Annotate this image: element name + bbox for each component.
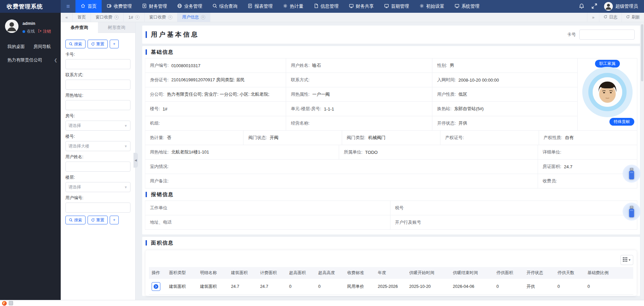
tab-window-charging-1[interactable]: 窗口收费× (91, 13, 124, 22)
contact-input[interactable] (65, 80, 130, 90)
field-label-floor: 楼层: (65, 175, 130, 180)
close-icon[interactable]: × (114, 15, 119, 19)
heat-address-input[interactable] (65, 100, 130, 110)
bottom-taskbar (0, 300, 644, 306)
wallet-icon (107, 3, 112, 9)
gear-icon (283, 3, 288, 9)
field-id-card: 身份证号:210106198912070917 房间类型: 居民 (145, 73, 286, 87)
field-label-card-no: 卡号: (65, 52, 130, 57)
user-menu[interactable]: 超级管理员 (604, 2, 638, 11)
field-unit-floor-room: 单元-楼层-房号:1-1-1 (286, 102, 432, 116)
card-no-input[interactable] (65, 59, 130, 69)
field-bank-account: 开户行及账号 (390, 215, 637, 230)
field-branch: 分公司:热力有限责任公司; 营业厅: 一分公司; 小区: 北航老院; (145, 87, 286, 102)
floor-select[interactable]: 请选择▼ (65, 182, 130, 192)
row-expand-button[interactable] (152, 282, 160, 291)
menu-item-finance[interactable]: 财务管理 (137, 0, 172, 13)
search-button-bottom[interactable]: 搜索 (65, 216, 86, 224)
section-basic-info: 基础信息 (142, 46, 640, 58)
refresh-button[interactable]: 刷新 (622, 13, 644, 22)
home-icon (80, 3, 86, 9)
notifications-bell-icon[interactable] (579, 3, 585, 10)
section-area-info: 面积信息 (142, 237, 640, 249)
chevron-down-icon: ▼ (124, 124, 127, 128)
logout-button[interactable]: 注销 (38, 29, 51, 34)
menu-item-heat-metering[interactable]: 热计量 (278, 0, 309, 13)
close-icon[interactable]: × (201, 15, 205, 19)
menu-item-system[interactable]: 系统管理 (449, 0, 485, 13)
app-title: 收费管理系统 (0, 0, 61, 13)
field-label-contact: 联系方式: (65, 72, 130, 78)
menu-item-reports[interactable]: 报表管理 (243, 0, 278, 13)
fullscreen-icon[interactable] (591, 3, 598, 10)
close-icon[interactable]: × (168, 15, 172, 19)
menu-item-first-period[interactable]: 首期管理 (379, 0, 414, 13)
photo-ring (582, 67, 633, 117)
sidebar-username: admin (22, 21, 51, 26)
tab-condition-query[interactable]: 条件查询 (61, 22, 98, 33)
menu-item-home[interactable]: 首页 (75, 0, 102, 13)
sidebar-item-company[interactable]: 热力有限责任公司 ❮ (0, 50, 61, 63)
add-button[interactable]: + (110, 40, 119, 48)
finance-doc-icon (142, 3, 147, 9)
field-label-building-no: 楼号: (65, 134, 130, 139)
user-no-input[interactable] (65, 203, 130, 213)
tabs-scroll-left-button[interactable]: « (61, 13, 73, 22)
search-button[interactable]: 搜索 (65, 40, 86, 48)
monitor-icon (349, 3, 354, 9)
tab-home[interactable]: 首页 (73, 13, 91, 22)
tab-window-charging-2[interactable]: 窗口收费× (145, 13, 177, 22)
log-button[interactable]: 日志 (599, 13, 622, 22)
hamburger-menu-icon[interactable]: ≡ (61, 0, 75, 13)
field-valve-type: 阀门类型:机械阀门 (342, 131, 440, 145)
tab-1hash[interactable]: 1#× (124, 13, 145, 22)
menu-item-business[interactable]: 业务管理 (172, 0, 207, 13)
menu-item-charging[interactable]: 收费管理 (102, 0, 137, 13)
reset-button-bottom[interactable]: 重置 (88, 216, 108, 224)
field-label-room-no: 房号: (65, 113, 130, 119)
field-heat-address: 用热地址:北航老院1#楼1-101 (145, 145, 339, 160)
online-status-label: 在线 (27, 29, 35, 34)
grid-icon (623, 257, 627, 263)
sidebar-item-my-desktop[interactable]: 我的桌面 (7, 44, 25, 50)
chevron-down-icon: ▼ (124, 144, 127, 148)
table-row: 建筑面积 建筑面积 24.7 24.7 0 0 民用单价 2025-2026 2… (149, 279, 633, 295)
badge-special-contribution: 特殊贡献 (609, 118, 634, 126)
add-button-bottom[interactable]: + (110, 216, 119, 224)
table-columns-button[interactable]: ▼ (621, 255, 633, 265)
user-name-input[interactable] (65, 162, 130, 172)
building-no-select[interactable]: 请选择大楼▼ (65, 141, 130, 151)
field-label-user-name: 用户姓名: (65, 154, 130, 160)
field-unit-group: 机组: (145, 116, 286, 131)
usb-icon (627, 168, 636, 180)
sidebar-item-room-nav[interactable]: 房间导航 (34, 44, 51, 50)
chevron-left-icon: ❮ (54, 58, 57, 62)
main-scrollbar[interactable] (641, 24, 643, 299)
tab-user-info[interactable]: 用户信息× (177, 13, 210, 22)
cardno-input[interactable] (579, 30, 635, 40)
field-property-cert-no: 产权证号: (440, 131, 539, 145)
field-label-user-no: 用户编号: (65, 195, 130, 201)
menu-item-info[interactable]: 信息管理 (309, 0, 344, 13)
usb-reader-widget-2[interactable] (623, 203, 641, 221)
query-panel: 条件查询 树形查询 搜索 重置 + 卡号: 联系方式: 用热地址: 房号: 请选… (61, 22, 136, 300)
sidebar-avatar (5, 19, 18, 33)
tab-tree-query[interactable]: 树形查询 (98, 22, 135, 33)
menu-item-initial-setup[interactable]: 初始设置 (414, 0, 449, 13)
menu-item-query[interactable]: 综合查询 (207, 0, 243, 13)
field-supply-status: 开停状态:开供 (432, 116, 578, 131)
panel-collapse-handle[interactable]: ◀ (133, 153, 138, 168)
close-icon[interactable]: × (135, 15, 140, 19)
taskbar-app-icon-2[interactable] (9, 301, 13, 305)
room-no-select[interactable]: 请选择▼ (65, 121, 130, 131)
cardno-label: 卡号 (567, 32, 576, 38)
field-business-name: 经营名称: (286, 116, 432, 131)
menu-item-finance-share[interactable]: 财务共享 (344, 0, 379, 13)
tabs-scroll-right-button[interactable]: » (587, 13, 599, 22)
field-gender: 性别:男 (432, 58, 578, 73)
usb-reader-widget-1[interactable] (623, 165, 641, 183)
reset-button[interactable]: 重置 (88, 40, 108, 48)
user-photo (593, 77, 622, 107)
taskbar-app-icon-1[interactable] (2, 301, 7, 306)
chevron-down-icon: ▼ (628, 258, 631, 262)
